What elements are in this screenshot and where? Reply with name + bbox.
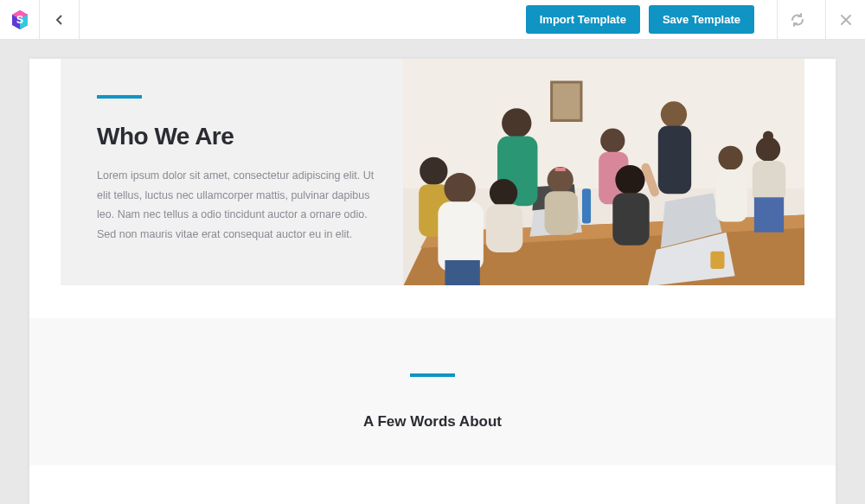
chevron-left-icon: [54, 14, 66, 26]
svg-rect-38: [710, 252, 724, 269]
hero-section[interactable]: Who We Are Lorem ipsum dolor sit amet, c…: [61, 59, 804, 285]
svg-rect-36: [752, 161, 785, 202]
import-template-button[interactable]: Import Template: [526, 5, 640, 34]
editor-canvas-wrap: Who We Are Lorem ipsum dolor sit amet, c…: [0, 40, 865, 504]
svg-rect-37: [753, 197, 783, 232]
app-logo[interactable]: S: [0, 0, 40, 39]
about-section[interactable]: A Few Words About: [29, 318, 836, 465]
accent-divider: [97, 95, 142, 99]
svg-point-35: [763, 131, 773, 142]
hero-image[interactable]: [403, 59, 804, 285]
svg-point-20: [490, 179, 517, 207]
refresh-button[interactable]: [777, 0, 817, 40]
back-button[interactable]: [40, 0, 80, 39]
close-icon: [839, 13, 853, 27]
svg-rect-28: [612, 193, 649, 246]
svg-point-18: [502, 108, 531, 137]
svg-rect-23: [554, 168, 565, 171]
svg-rect-5: [551, 82, 580, 120]
svg-point-32: [718, 146, 742, 170]
svg-text:S: S: [16, 14, 22, 26]
svg-rect-12: [582, 188, 591, 223]
toolbar-right: Import Template Save Template: [526, 0, 865, 39]
svg-rect-33: [715, 169, 746, 222]
hero-paragraph[interactable]: Lorem ipsum dolor sit amet, consectetur …: [97, 166, 375, 244]
template-canvas[interactable]: Who We Are Lorem ipsum dolor sit amet, c…: [29, 59, 836, 504]
svg-point-13: [420, 157, 447, 185]
team-photo-placeholder: [403, 59, 804, 285]
svg-rect-17: [445, 260, 479, 285]
svg-point-25: [600, 129, 625, 153]
about-heading[interactable]: A Few Words About: [29, 413, 836, 431]
toolbar: S Import Template Save Template: [0, 0, 865, 40]
close-button[interactable]: [825, 0, 865, 40]
svg-rect-31: [657, 125, 690, 194]
logo-icon: S: [9, 9, 31, 31]
svg-point-30: [660, 101, 686, 127]
accent-divider-center: [410, 373, 455, 377]
toolbar-spacer: [80, 0, 526, 39]
toolbar-left: S: [0, 0, 80, 39]
svg-point-15: [444, 173, 475, 204]
svg-point-27: [615, 165, 644, 195]
save-template-button[interactable]: Save Template: [649, 5, 754, 34]
svg-rect-24: [544, 191, 577, 234]
hero-text-column: Who We Are Lorem ipsum dolor sit amet, c…: [61, 59, 403, 285]
hero-heading[interactable]: Who We Are: [97, 123, 375, 150]
svg-rect-21: [486, 204, 522, 252]
refresh-icon: [791, 13, 804, 27]
